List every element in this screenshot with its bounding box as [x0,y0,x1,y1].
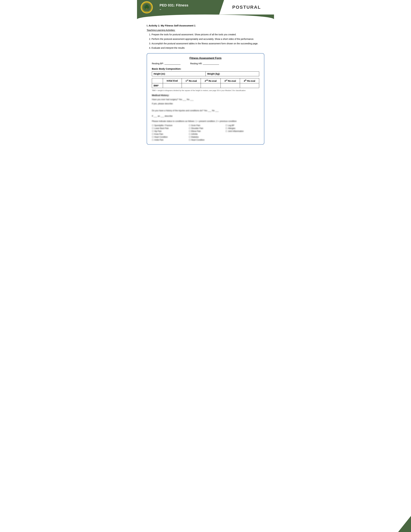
hw-table-row: Height (m): Weight (kg): [152,72,259,76]
resting-bp: Resting BP: [152,62,180,65]
main-content: I. Activity 1: My Fitness Self-Assessmen… [137,19,274,150]
condition-label: Leg BP [228,124,234,127]
condition-label: Elbow Pain [191,130,201,132]
medical-question-2-detail: If ___ an ___ describe [152,114,259,118]
teaching-label: Teaching-Learning Activities: [147,29,264,31]
university-logo: MCMXXV [141,1,153,13]
conditions-grid: ☐ Spondylitis / Fracture ☐ Groin Pain ☐ … [152,124,259,141]
page-header: MCMXXV PED 031: Fitness – POSTURAL [137,0,274,15]
rating-note: Please indicate status to conditions as … [152,120,259,123]
condition-item [225,136,259,138]
activity-item-3: Accomplish the postural assessment table… [151,42,264,46]
condition-checkbox: ☐ [225,124,227,127]
condition-label: Joint Inflammation [228,130,243,132]
condition-item: ☐ Joint Inflammation [225,130,259,132]
condition-label: Heart Condition [154,136,168,138]
condition-checkbox: ☐ [152,133,154,135]
condition-label: Spondylitis / Fracture [154,124,172,127]
condition-checkbox: ☐ [225,127,227,129]
medical-question-2: Do you have a history of the injuries an… [152,109,259,112]
condition-checkbox: ☐ [152,127,154,129]
condition-label: Ankle Pain [154,139,163,141]
condition-item [225,133,259,135]
condition-checkbox: ☐ [152,130,154,132]
condition-checkbox: ☐ [152,139,154,141]
condition-item: ☐ Ankle Pain [152,139,186,141]
condition-checkbox: ☐ [152,136,154,138]
condition-item: ☐ Shoulder Pain [189,127,223,129]
header-right-panel: POSTURAL [219,0,274,15]
resting-hr: Resting HR: [190,62,219,65]
form-title: Fitness Assessment Form [152,57,259,60]
condition-item: ☐ Heart Condition [152,136,186,138]
weight-label: Weight (kg): [206,72,259,76]
condition-item: ☐ Spondylitis / Fracture [152,124,186,127]
bmi-re2-val [201,83,221,88]
condition-item: ☐ Diabetes [189,136,223,138]
height-weight-table: Height (m): Weight (kg): [152,71,259,76]
bmi-re4-val [240,83,259,88]
activity-item-2: Perform the postural assessment appropri… [151,37,264,41]
svg-rect-5 [146,8,147,10]
resting-hr-input [203,62,219,65]
bmi-col-re3: 3rd Re-eval [221,78,240,83]
bmi-col-initial: Initial Eval [163,78,182,83]
condition-checkbox: ☐ [152,124,154,127]
resting-hr-label: Resting HR: [190,62,202,65]
condition-label: Diabetes [191,136,199,138]
svg-text:MCMXXV: MCMXXV [145,11,148,12]
medical-history-section: Medical History: Have you ever had surge… [152,94,259,141]
medical-question-1-detail: If yes, please describe: [152,102,259,105]
condition-label: Shoulder Pain [191,127,203,129]
bmi-col-re1: 1st Re-eval [182,78,201,83]
activity-item-4: Evaluate and interpret the results [151,46,264,50]
activity-item-1: Prepare the tools for postural assessmen… [151,33,264,37]
condition-item: ☐ Groin Pain [189,124,223,127]
condition-label: Arthritis [191,133,198,135]
condition-checkbox: ☐ [189,136,190,138]
bmi-row-label: BMI* [152,83,163,88]
condition-label: Hip Pain [154,130,161,132]
condition-label: Lower Back Pain [154,127,169,129]
condition-checkbox: ☐ [189,139,190,141]
condition-checkbox: ☐ [225,130,227,132]
bmi-col-re4: 4th Re-eval [240,78,259,83]
bmi-col-re2: 2nd Re-eval [201,78,221,83]
header-title-area: PED 031: Fitness – [156,0,216,15]
logo-area: MCMXXV [137,0,156,15]
condition-item: ☐ Heart Condition [189,139,223,141]
condition-checkbox: ☐ [189,133,190,135]
condition-checkbox: ☐ [189,124,190,127]
condition-checkbox: ☐ [189,127,190,129]
wave-decoration [137,15,274,19]
bmi-initial-val [163,83,182,88]
condition-item: ☐ Arthritis [189,133,223,135]
condition-item: ☐ Allergies [225,127,259,129]
bmi-data-row: BMI* [152,83,259,88]
course-title: PED 031: Fitness – [159,3,188,11]
bmi-header-row: Initial Eval 1st Re-eval 2nd Re-eval 3rd… [152,78,259,83]
resting-bp-input [164,62,180,65]
bmi-note: *BMI = weight in kilograms divided by th… [152,89,259,92]
activity-title: I. Activity 1: My Fitness Self-Assessmen… [147,24,264,27]
condition-item: ☐ Knee Pain [152,133,186,135]
bmi-col-empty [152,78,163,83]
condition-item: ☐ Leg BP [225,124,259,127]
body-comp-title: Basic Body Composition: [152,67,259,70]
medical-question-1: Have you ever had surgery? Yes ___ No __… [152,98,259,101]
condition-label: Knee Pain [154,133,163,135]
bmi-re3-val [221,83,240,88]
bmi-re1-val [182,83,201,88]
fitness-form-box: Fitness Assessment Form Resting BP: Rest… [147,53,264,145]
resting-bp-label: Resting BP: [152,62,164,65]
activities-list: Prepare the tools for postural assessmen… [147,33,264,50]
condition-checkbox: ☐ [189,130,190,132]
condition-item: ☐ Hip Pain [152,130,186,132]
condition-label: Groin Pain [191,124,200,127]
height-label: Height (m): [152,72,206,76]
vitals-row: Resting BP: Resting HR: [152,62,259,65]
condition-item: ☐ Elbow Pain [189,130,223,132]
condition-label: Allergies [228,127,235,129]
medical-history-title: Medical History: [152,94,259,96]
postural-label: POSTURAL [232,5,261,10]
